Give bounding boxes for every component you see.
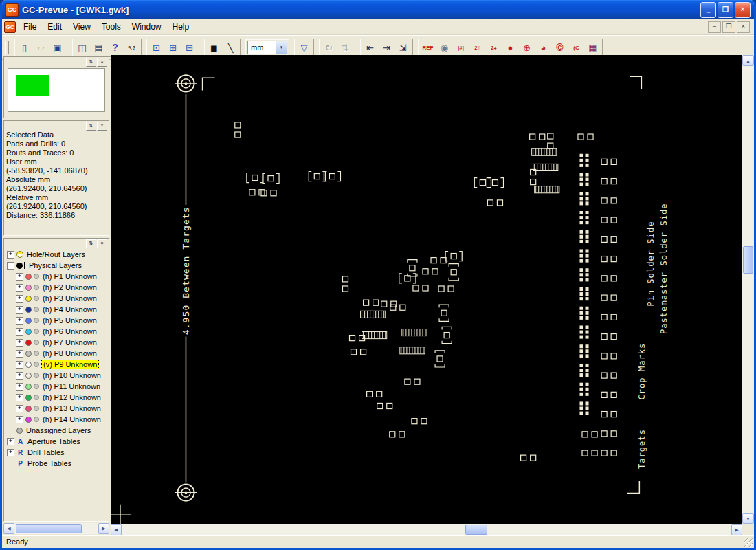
pcb-canvas[interactable]: 4.950 Between TargetsPin Solder SidePast… (111, 55, 742, 524)
expander-icon[interactable]: + (16, 328, 23, 336)
tree-item-h-p12-unknown[interactable]: +(h) P12 Unknown (4, 392, 109, 403)
canvas-hscroll-track[interactable] (122, 524, 731, 536)
filter-button[interactable]: ▽ (296, 40, 312, 56)
measure-right-button[interactable]: ⇥ (379, 40, 394, 56)
tree-item-h-p6-unknown[interactable]: +(h) P6 Unknown (4, 326, 109, 337)
expander-icon[interactable]: + (16, 405, 23, 412)
save-button[interactable]: ▣ (49, 40, 65, 56)
expander-icon[interactable]: + (16, 394, 23, 402)
menu-item-view[interactable]: View (67, 20, 96, 34)
tree-item-h-p14-unknown[interactable]: +(h) P14 Unknown (4, 414, 109, 425)
restore-button[interactable]: ❐ (718, 2, 733, 18)
zoom-in-button[interactable]: ⊞ (165, 40, 181, 56)
panel-scroll-track[interactable] (14, 523, 98, 534)
tree-item-h-p7-unknown[interactable]: +(h) P7 Unknown (4, 337, 109, 348)
zoom-all-button[interactable]: ⊟ (181, 40, 197, 56)
circle-pad-button[interactable]: © (552, 40, 568, 56)
canvas-vscroll-thumb[interactable] (743, 246, 753, 274)
print-preview-button[interactable]: ◫ (74, 40, 90, 56)
menu-item-edit[interactable]: Edit (42, 20, 67, 34)
canvas-vscrollbar[interactable]: ▲ ▼ (742, 55, 754, 524)
tree-item-hole-rout-layers[interactable]: +Hole/Rout Layers (4, 249, 109, 260)
tree-item-unassigned-layers[interactable]: Unassigned Layers (4, 425, 109, 436)
toolbar-grip[interactable] (5, 41, 9, 54)
apertures-button[interactable]: ◉ (436, 40, 452, 56)
scroll-down-icon[interactable]: ▼ (742, 513, 754, 524)
mdi-restore-button[interactable]: ❐ (722, 21, 735, 33)
draw-pad-button[interactable]: ◼ (206, 40, 222, 56)
menu-item-file[interactable]: File (18, 20, 42, 34)
expander-icon[interactable]: + (16, 383, 23, 390)
scroll-up-icon[interactable]: ▲ (742, 55, 754, 66)
tree-item-probe-tables[interactable]: PProbe Tables (4, 458, 109, 469)
units-select[interactable]: mm▼ (247, 41, 287, 54)
expander-icon[interactable]: + (16, 284, 23, 292)
ref-designators-button[interactable]: REF (420, 40, 436, 56)
step-add-button[interactable]: 2₊ (486, 40, 502, 56)
minimize-button[interactable]: _ (700, 2, 716, 18)
target-pad-button[interactable]: ⊕ (519, 40, 535, 56)
step-up-button[interactable]: 2↑ (469, 40, 485, 56)
board-preview[interactable] (8, 68, 105, 112)
expander-icon[interactable]: + (16, 273, 23, 280)
panel-scroll-thumb[interactable] (16, 524, 82, 534)
tree-item-h-p2-unknown[interactable]: +(h) P2 Unknown (4, 282, 109, 293)
tree-item-h-p5-unknown[interactable]: +(h) P5 Unknown (4, 315, 109, 326)
new-file-button[interactable]: ▯ (16, 40, 32, 56)
expander-icon[interactable]: + (16, 361, 23, 368)
open-file-button[interactable]: ▱ (33, 40, 49, 56)
expander-icon[interactable]: + (7, 449, 14, 456)
pane-scroll-button[interactable]: ⇅ (86, 122, 96, 131)
tree-item-h-p3-unknown[interactable]: +(h) P3 Unknown (4, 293, 109, 304)
menu-item-help[interactable]: Help (167, 20, 195, 34)
expander-icon[interactable]: + (16, 295, 23, 302)
resize-grip[interactable] (744, 538, 753, 547)
measure-diagonal-button[interactable]: ⇲ (395, 40, 411, 56)
draw-line-button[interactable]: ╲ (223, 40, 238, 56)
tree-item-h-p10-unknown[interactable]: +(h) P10 Unknown (4, 370, 109, 381)
expander-icon[interactable]: - (7, 262, 14, 270)
pane-scroll-button[interactable]: ⇅ (86, 58, 96, 67)
context-help-button[interactable]: ↖? (124, 40, 140, 56)
chevron-down-icon[interactable]: ▼ (276, 41, 287, 54)
menu-item-tools[interactable]: Tools (96, 20, 126, 34)
tree-item-h-p8-unknown[interactable]: +(h) P8 Unknown (4, 348, 109, 359)
title-bar[interactable]: GC GC-Prevue - [GWK1.gwk] _ ❐ × (2, 0, 754, 19)
tree-item-v-p9-unknown[interactable]: +(v) P9 Unknown (4, 359, 109, 370)
expander-icon[interactable]: + (16, 306, 23, 314)
compare-layers-button[interactable]: ▦ (585, 40, 601, 56)
help-button[interactable]: ? (107, 40, 123, 56)
pad-numbers-button[interactable]: |#| (453, 40, 469, 56)
scroll-right-icon[interactable]: ▶ (731, 524, 742, 536)
pane-close-button[interactable]: × (97, 122, 107, 131)
canvas-hscroll-thumb[interactable] (465, 525, 487, 535)
tree-item-h-p4-unknown[interactable]: +(h) P4 Unknown (4, 304, 109, 315)
pane-scroll-button[interactable]: ⇅ (86, 239, 96, 248)
expander-icon[interactable]: + (16, 372, 23, 380)
pane-close-button[interactable]: × (97, 58, 107, 67)
tree-item-h-p13-unknown[interactable]: +(h) P13 Unknown (4, 403, 109, 414)
zoom-window-button[interactable]: ⊡ (148, 40, 164, 56)
expander-icon[interactable]: + (16, 317, 23, 324)
tree-item-h-p1-unknown[interactable]: +(h) P1 Unknown (4, 271, 109, 282)
expander-icon[interactable]: + (7, 251, 14, 258)
swap-layers-button[interactable]: ⇅ (337, 40, 353, 56)
tree-item-aperture-tables[interactable]: +AAperture Tables (4, 436, 109, 447)
tree-item-drill-tables[interactable]: +RDrill Tables (4, 447, 109, 458)
document-icon[interactable]: GC (4, 21, 16, 33)
panel-scrollbar[interactable]: ◀ ▶ (3, 523, 109, 534)
arc-pad-button[interactable]: ◕ (535, 40, 551, 56)
expander-icon[interactable]: + (16, 339, 23, 346)
canvas-vscroll-track[interactable] (742, 66, 754, 513)
flash-pad-button[interactable]: ● (502, 40, 518, 56)
canvas-hscrollbar[interactable]: ◀ ▶ (111, 524, 742, 536)
mdi-close-button[interactable]: × (737, 21, 750, 33)
expander-icon[interactable]: + (16, 416, 23, 424)
scroll-left-icon[interactable]: ◀ (111, 524, 122, 536)
tree-item-physical-layers[interactable]: -Physical Layers (4, 260, 109, 271)
scroll-right-icon[interactable]: ▶ (98, 523, 109, 534)
expander-icon[interactable]: + (16, 350, 23, 358)
redraw-button[interactable]: ↻ (321, 40, 337, 56)
close-button[interactable]: × (735, 2, 751, 18)
print-button[interactable]: ▤ (91, 40, 107, 56)
